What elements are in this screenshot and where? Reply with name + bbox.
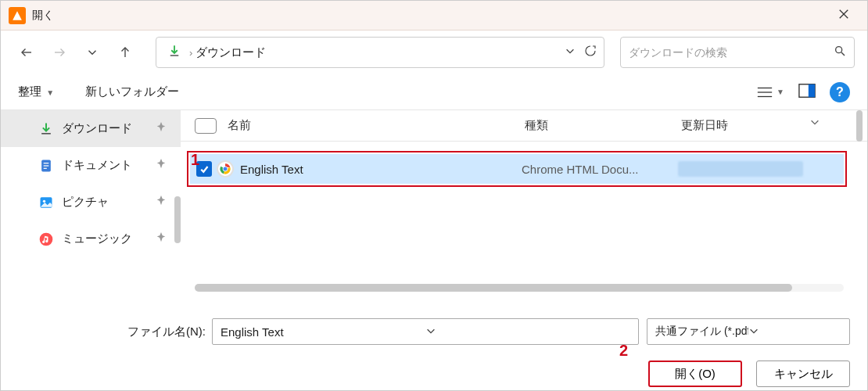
picture-icon <box>38 195 54 210</box>
sidebar-item-music[interactable]: ミュージック <box>1 221 181 257</box>
search-box[interactable] <box>620 37 855 68</box>
column-name[interactable]: 名前 <box>228 118 525 133</box>
search-icon[interactable] <box>834 45 846 60</box>
close-icon[interactable] <box>828 9 859 23</box>
sidebar-item-pictures[interactable]: ピクチャ <box>1 184 181 221</box>
sidebar-item-label: ダウンロード <box>62 121 132 136</box>
annotation-2: 2 <box>619 342 628 360</box>
download-icon <box>167 44 181 61</box>
pin-icon <box>156 121 167 135</box>
nav-back-button[interactable] <box>13 39 40 66</box>
address-bar[interactable]: › ダウンロード <box>156 37 604 68</box>
nav-forward-button[interactable] <box>46 39 73 66</box>
sidebar-scrollbar[interactable] <box>174 196 181 243</box>
chrome-icon <box>217 160 234 178</box>
pin-icon <box>156 231 167 245</box>
refresh-button[interactable] <box>583 44 597 61</box>
svg-point-21 <box>43 199 45 202</box>
sort-indicator-icon <box>809 117 820 131</box>
annotation-1: 1 <box>191 151 199 169</box>
app-icon <box>9 7 26 24</box>
pin-icon <box>156 158 167 171</box>
nav-recent-button[interactable] <box>79 39 106 66</box>
organize-menu[interactable]: 整理 ▼ <box>18 84 54 99</box>
horizontal-scrollbar[interactable] <box>195 284 844 292</box>
breadcrumb[interactable]: ダウンロード <box>195 45 266 60</box>
sidebar-item-label: ミュージック <box>62 231 132 246</box>
sidebar: ダウンロード ドキュメント ピクチャ ミュージック <box>1 110 181 296</box>
svg-point-7 <box>836 47 842 53</box>
filename-dropdown-icon[interactable] <box>425 325 630 339</box>
filter-dropdown-icon[interactable] <box>748 325 841 339</box>
column-type[interactable]: 種類 <box>525 118 681 133</box>
list-header: 名前 種類 更新日時 <box>181 110 867 142</box>
address-dropdown[interactable] <box>565 45 576 59</box>
titlebar: 開く <box>1 1 867 30</box>
search-input[interactable] <box>629 46 834 59</box>
sidebar-item-downloads[interactable]: ダウンロード <box>1 110 181 147</box>
file-row[interactable]: English Text Chrome HTML Docu... <box>190 154 844 184</box>
help-button[interactable]: ? <box>830 82 850 102</box>
svg-point-22 <box>40 232 53 246</box>
svg-rect-13 <box>809 84 815 97</box>
file-list: 名前 種類 更新日時 English Text Chrome HTML Docu… <box>181 110 867 296</box>
file-date-redacted <box>678 161 803 177</box>
nav-up-button[interactable] <box>112 39 138 66</box>
nav-row: › ダウンロード <box>1 30 867 74</box>
sidebar-item-label: ドキュメント <box>62 158 132 173</box>
footer: ファイル名(N): English Text 共通ファイル (*.pdf *.f… <box>1 296 867 390</box>
breadcrumb-separator: › <box>189 47 192 59</box>
file-type: Chrome HTML Docu... <box>522 163 678 176</box>
toolbar: 整理 ▼ 新しいフォルダー ▼ ? <box>1 74 867 110</box>
sidebar-item-documents[interactable]: ドキュメント <box>1 147 181 184</box>
open-button[interactable]: 開く(O) <box>648 361 742 387</box>
view-mode-button[interactable]: ▼ <box>756 84 784 100</box>
svg-line-8 <box>841 52 845 56</box>
annotation-highlight-1: English Text Chrome HTML Docu... <box>187 151 847 187</box>
cancel-button[interactable]: キャンセル <box>756 361 850 387</box>
list-scrollbar[interactable] <box>856 110 863 142</box>
preview-pane-button[interactable] <box>798 83 816 102</box>
new-folder-button[interactable]: 新しいフォルダー <box>85 84 179 99</box>
music-icon <box>38 231 54 247</box>
select-all-checkbox[interactable] <box>195 118 217 134</box>
sidebar-item-label: ピクチャ <box>62 195 109 210</box>
filename-input[interactable]: English Text <box>212 318 639 345</box>
filename-value: English Text <box>221 325 425 339</box>
download-icon <box>38 121 54 137</box>
filename-label: ファイル名(N): <box>127 325 206 339</box>
column-date[interactable]: 更新日時 <box>681 118 791 133</box>
filter-value: 共通ファイル (*.pdf *.fdf *.xfdf *.x <box>655 325 748 339</box>
pin-icon <box>156 195 167 208</box>
document-icon <box>38 158 54 174</box>
filetype-filter[interactable]: 共通ファイル (*.pdf *.fdf *.xfdf *.x <box>647 318 850 345</box>
file-name: English Text <box>240 163 522 176</box>
window-title: 開く <box>32 9 828 23</box>
